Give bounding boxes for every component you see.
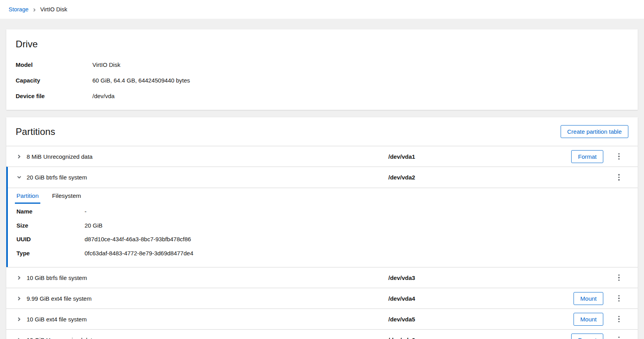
tab-partition[interactable]: Partition xyxy=(15,188,40,204)
partition-tabs: Partition Filesystem xyxy=(8,188,638,204)
field-label: UUID xyxy=(16,236,85,242)
kebab-vertical-icon[interactable] xyxy=(614,271,624,284)
partitions-card: Partitions Create partition table 8 MiB … xyxy=(6,117,638,339)
partition-name: 10 GiB Unrecognized data xyxy=(27,337,388,339)
field-label: Type xyxy=(16,250,85,256)
expanded-partition-section: 20 GiB btrfs file system /dev/vda2 Parti… xyxy=(6,167,638,267)
partition-name: 20 GiB btrfs file system xyxy=(27,174,388,181)
format-button[interactable]: Format xyxy=(571,334,603,339)
kebab-vertical-icon[interactable] xyxy=(614,292,624,305)
partitions-card-title: Partitions xyxy=(16,126,55,137)
drive-field-model: Model VirtIO Disk xyxy=(16,57,628,72)
field-value: 60 GiB, 64.4 GB, 64424509440 bytes xyxy=(92,77,190,84)
breadcrumb: Storage VirtIO Disk xyxy=(0,0,644,19)
field-label: Device file xyxy=(16,93,92,99)
partition-row-vda6[interactable]: 10 GiB Unrecognized data /dev/vda6 Forma… xyxy=(6,329,638,339)
detail-size: Size 20 GiB xyxy=(8,219,638,233)
angle-right-icon[interactable] xyxy=(17,296,27,301)
field-value: - xyxy=(85,208,87,215)
partition-name: 10 GiB btrfs file system xyxy=(27,274,388,281)
partition-row-vda1[interactable]: 8 MiB Unrecognized data /dev/vda1 Format xyxy=(6,146,638,167)
mount-button[interactable]: Mount xyxy=(574,313,603,326)
angle-right-icon[interactable] xyxy=(17,154,27,160)
detail-uuid: UUID d87d10ce-434f-46a3-8bc7-93bfb478cf8… xyxy=(8,232,638,246)
drive-card-title: Drive xyxy=(16,39,628,50)
kebab-vertical-icon[interactable] xyxy=(614,313,624,326)
field-value: /dev/vda xyxy=(92,93,115,99)
drive-description-list: Model VirtIO Disk Capacity 60 GiB, 64.4 … xyxy=(16,57,628,104)
partition-name: 9.99 GiB ext4 file system xyxy=(27,295,388,302)
field-label: Capacity xyxy=(16,77,92,84)
partition-device: /dev/vda6 xyxy=(388,337,571,339)
drive-field-capacity: Capacity 60 GiB, 64.4 GB, 64424509440 by… xyxy=(16,72,628,88)
partition-row-vda5[interactable]: 10 GiB ext4 file system /dev/vda5 Mount xyxy=(6,309,638,329)
detail-type: Type 0fc63daf-8483-4772-8e79-3d69d8477de… xyxy=(8,246,638,260)
drive-field-device-file: Device file /dev/vda xyxy=(16,88,628,104)
partition-row-vda3[interactable]: 10 GiB btrfs file system /dev/vda3 xyxy=(6,267,638,288)
partition-name: 10 GiB ext4 file system xyxy=(27,316,388,323)
breadcrumb-link-storage[interactable]: Storage xyxy=(9,6,29,13)
partition-device: /dev/vda5 xyxy=(388,316,574,323)
partition-device: /dev/vda1 xyxy=(388,153,571,160)
tab-filesystem[interactable]: Filesystem xyxy=(51,188,83,204)
angle-right-icon[interactable] xyxy=(17,275,27,281)
format-button[interactable]: Format xyxy=(571,150,603,163)
partition-name: 8 MiB Unrecognized data xyxy=(27,153,388,160)
partition-details: Name - Size 20 GiB UUID d87d10ce-434f-46… xyxy=(8,204,638,267)
kebab-vertical-icon[interactable] xyxy=(614,150,624,163)
partition-device: /dev/vda2 xyxy=(388,174,603,181)
partitions-header: Partitions Create partition table xyxy=(6,117,638,146)
angle-right-icon[interactable] xyxy=(17,337,27,339)
partition-device: /dev/vda3 xyxy=(388,274,603,281)
create-partition-table-button[interactable]: Create partition table xyxy=(561,125,628,138)
field-value: VirtIO Disk xyxy=(92,61,120,68)
angle-right-icon xyxy=(33,7,36,13)
angle-right-icon[interactable] xyxy=(17,316,27,322)
drive-card: Drive Model VirtIO Disk Capacity 60 GiB,… xyxy=(6,29,638,110)
field-label: Model xyxy=(16,61,92,68)
field-value: d87d10ce-434f-46a3-8bc7-93bfb478cf86 xyxy=(85,236,191,242)
partition-row-vda2[interactable]: 20 GiB btrfs file system /dev/vda2 xyxy=(8,167,638,188)
detail-name: Name - xyxy=(8,204,638,219)
breadcrumb-current: VirtIO Disk xyxy=(40,6,67,13)
field-value: 20 GiB xyxy=(85,222,103,229)
mount-button[interactable]: Mount xyxy=(574,292,603,305)
field-value: 0fc63daf-8483-4772-8e79-3d69d8477de4 xyxy=(85,250,193,256)
partition-device: /dev/vda4 xyxy=(388,295,574,302)
field-label: Size xyxy=(16,222,85,229)
kebab-vertical-icon[interactable] xyxy=(614,171,624,184)
field-label: Name xyxy=(16,208,85,215)
kebab-vertical-icon[interactable] xyxy=(614,334,624,339)
page-content: Drive Model VirtIO Disk Capacity 60 GiB,… xyxy=(0,19,644,339)
angle-down-icon[interactable] xyxy=(17,174,27,180)
partition-row-vda4[interactable]: 9.99 GiB ext4 file system /dev/vda4 Moun… xyxy=(6,288,638,309)
